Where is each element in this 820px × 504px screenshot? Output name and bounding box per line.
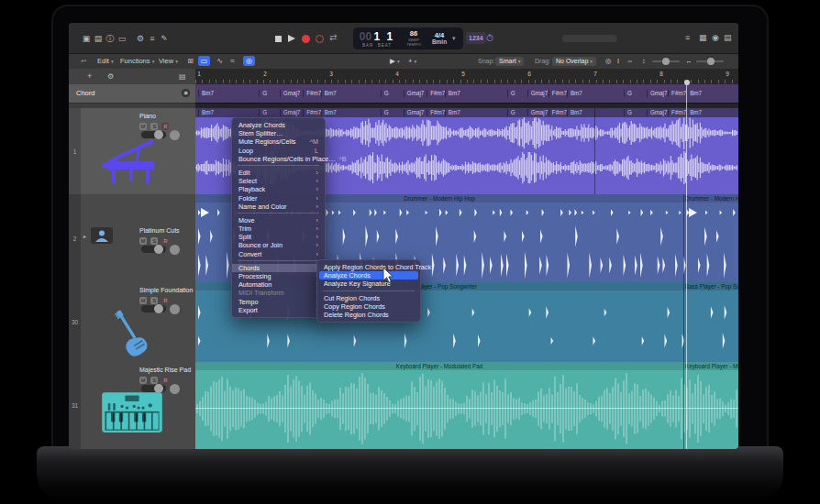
media-browser-icon[interactable]: ▤ — [724, 33, 732, 42]
solo-button[interactable]: S — [150, 123, 158, 130]
menu-item-name-and-color[interactable]: Name and Color› — [232, 203, 325, 211]
mute-button[interactable]: M — [139, 123, 147, 130]
chord-label[interactable]: G — [259, 109, 267, 116]
menu-item-convert[interactable]: Convert› — [232, 250, 325, 258]
back-icon[interactable]: ↩ — [81, 57, 86, 66]
menu-item-delete-region-chords[interactable]: Delete Region Chords — [317, 311, 420, 319]
notifications-icon[interactable]: ◉ — [712, 33, 719, 42]
disclosure-icon[interactable]: ▸ — [83, 233, 86, 239]
chord-label[interactable]: Gmaj7 — [280, 90, 301, 97]
menu-item-mute-regions-cells[interactable]: Mute Regions/Cells^M — [232, 137, 325, 146]
chord-label[interactable]: Gmaj7 — [280, 109, 301, 116]
capture-record-icon[interactable] — [316, 35, 324, 43]
settings-knob-icon[interactable]: ⚙ — [135, 33, 146, 44]
menu-item-bounce-regions-cells-in-place[interactable]: Bounce Regions/Cells in Place…^B — [232, 155, 325, 163]
chord-label[interactable]: Bm7 — [445, 90, 460, 97]
menu-view[interactable]: View ▾ — [159, 57, 178, 66]
playhead[interactable] — [686, 81, 687, 449]
chord-label[interactable]: Bm7 — [198, 90, 214, 97]
chord-label[interactable]: F#m7 — [427, 109, 445, 116]
chord-label[interactable]: G — [624, 109, 632, 116]
pan-knob[interactable] — [170, 384, 180, 394]
chord-label[interactable]: Bm7 — [321, 109, 337, 116]
stop-button[interactable] — [275, 36, 282, 42]
text-tool-icon[interactable]: I — [617, 57, 619, 66]
record-button[interactable] — [302, 35, 310, 43]
record-enable-button[interactable]: R — [161, 297, 169, 304]
menu-item-split[interactable]: Split› — [232, 233, 325, 241]
chord-track-options-button[interactable]: ◉ — [182, 89, 190, 97]
menu-item-edit[interactable]: Edit› — [232, 169, 325, 177]
record-enable-button[interactable]: R — [161, 237, 169, 245]
menu-item-stem-splitter[interactable]: Stem Splitter… — [232, 129, 325, 137]
chord-label[interactable]: Bm7 — [445, 109, 460, 116]
global-chord-track[interactable]: Bm7GGmaj7F#m7Bm7GGmaj7F#m7Bm7GGmaj7F#m7B… — [195, 84, 738, 104]
main-window-icon[interactable]: ▣ — [81, 33, 92, 44]
catch-playhead-icon[interactable]: ◎ — [605, 57, 612, 66]
menu-item-tempo[interactable]: Tempo› — [232, 298, 325, 306]
solo-button[interactable]: S — [150, 377, 158, 384]
track-header-simple-foundation[interactable]: 30 Simple Foundation M S R — [69, 282, 195, 363]
mute-button[interactable]: M — [139, 297, 147, 304]
chord-label[interactable]: Gmaj7 — [404, 109, 425, 116]
library-icon[interactable]: ▤ — [93, 33, 104, 44]
automation-icon[interactable]: ◎ — [243, 56, 255, 66]
solo-button[interactable]: S — [150, 237, 158, 245]
record-enable-button[interactable]: R — [161, 123, 169, 130]
track-header-platinum-cuts[interactable]: 2 ▸ Platinum Cuts M S R — [69, 194, 195, 283]
pan-knob[interactable] — [170, 245, 180, 255]
auto-track-zoom-icon[interactable]: ⇔ — [626, 57, 634, 66]
master-volume-slider[interactable] — [562, 35, 617, 42]
chord-label[interactable]: F#m7 — [668, 90, 686, 97]
play-button[interactable] — [288, 35, 295, 42]
pointer-tool-selector[interactable]: ▶ ▾ — [390, 57, 400, 66]
menu-item-playback[interactable]: Playback› — [232, 185, 325, 193]
inspector-icon[interactable]: ⓘ — [105, 33, 116, 44]
mixer-icon[interactable]: ≡ — [147, 33, 158, 44]
count-in-badge[interactable]: 1234 — [466, 32, 486, 44]
menu-item-folder[interactable]: Folder› — [232, 194, 325, 203]
chord-label[interactable]: Gmaj7 — [404, 90, 425, 97]
command-tool-selector[interactable]: + ▾ — [408, 57, 416, 66]
chord-label[interactable]: Bm7 — [567, 90, 582, 97]
chord-label[interactable]: Gmaj7 — [647, 109, 668, 116]
menu-item-export[interactable]: Export› — [232, 306, 325, 314]
chord-label[interactable]: Bm7 — [321, 90, 337, 97]
solo-button[interactable]: S — [150, 297, 158, 304]
menu-item-select[interactable]: Select› — [232, 177, 325, 185]
menu-item-analyze-key-signature[interactable]: Analyze Key Signature — [317, 279, 420, 288]
lcd-display[interactable]: 00 1 1 BAR BEAT 86 KEEP TEMPO 4/4 Bmin ▾ — [353, 27, 463, 49]
grid-view-icon[interactable]: ⊞ — [184, 56, 196, 66]
menu-item-processing[interactable]: Processing› — [232, 272, 325, 280]
menu-item-trim[interactable]: Trim› — [232, 225, 325, 233]
chord-label[interactable]: Bm7 — [198, 109, 214, 116]
chord-label[interactable]: Bm7 — [686, 109, 702, 116]
chord-label[interactable]: G — [624, 90, 632, 97]
menu-edit[interactable]: Edit ▾ — [97, 57, 114, 66]
menu-item-chords[interactable]: Chords› — [232, 264, 325, 272]
menu-item-move[interactable]: Move› — [232, 216, 325, 225]
horizontal-zoom-slider[interactable] — [696, 60, 724, 62]
regions-view-icon[interactable]: ▭ — [198, 56, 210, 66]
loop-browser-icon[interactable]: ▦ — [699, 33, 707, 42]
volume-slider[interactable] — [141, 246, 166, 253]
chord-label[interactable]: G — [381, 90, 389, 97]
chord-label[interactable]: Bm7 — [686, 90, 702, 97]
menu-item-analyze-chords[interactable]: Analyze Chords — [319, 271, 418, 279]
smart-controls-icon[interactable]: ▭ — [116, 33, 127, 44]
menu-item-automation[interactable]: Automation› — [232, 280, 325, 289]
chord-label[interactable]: F#m7 — [303, 90, 321, 97]
chord-label[interactable]: F#m7 — [427, 90, 445, 97]
add-track-button[interactable]: + — [87, 71, 92, 82]
menu-functions[interactable]: Functions ▾ — [120, 57, 154, 66]
chord-label[interactable]: F#m7 — [549, 90, 567, 97]
chord-label[interactable]: G — [507, 109, 515, 116]
menu-item-cut-region-chords[interactable]: Cut Region Chords — [317, 294, 420, 302]
chord-label[interactable]: Gmaj7 — [527, 90, 549, 97]
track-header-piano[interactable]: 1 Piano M S R — [69, 108, 195, 195]
chord-label[interactable]: Gmaj7 — [527, 109, 549, 116]
lcd-chevron-icon[interactable]: ▾ — [452, 35, 461, 42]
chord-track-header[interactable]: Chord ◉ — [69, 84, 195, 104]
mute-button[interactable]: M — [139, 237, 147, 245]
track-options-icon[interactable]: ⚙ — [107, 71, 114, 82]
